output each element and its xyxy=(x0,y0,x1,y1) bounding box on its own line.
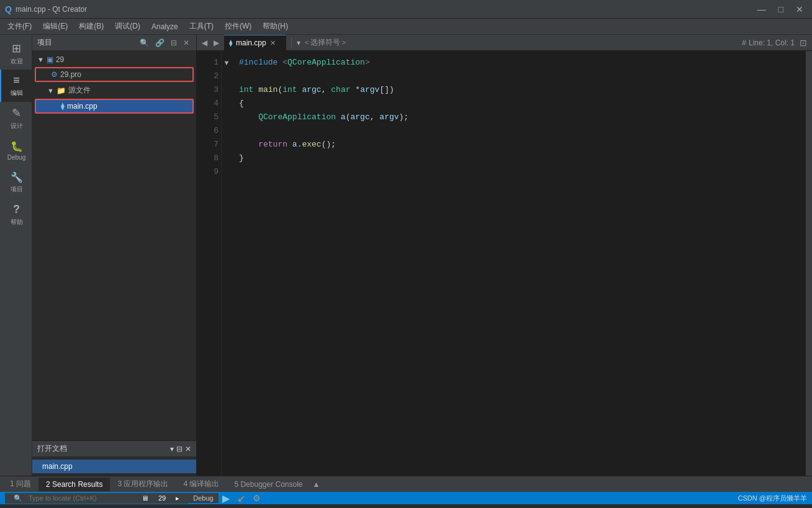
split-icon[interactable]: ⊟ xyxy=(169,38,179,48)
tree-item-main[interactable]: ⧫ main.cpp xyxy=(35,99,194,114)
tree-arrow-sources: ▼ xyxy=(47,87,54,94)
sidebar-label-project: 项目 xyxy=(11,185,23,194)
issues-label: 1 问题 xyxy=(10,479,31,489)
close-button[interactable]: ✕ xyxy=(792,3,807,16)
menu-controls[interactable]: 控件(W) xyxy=(220,19,256,34)
menu-bar: 文件(F) 编辑(E) 构建(B) 调试(D) Analyze 工具(T) 控件… xyxy=(0,19,812,35)
sidebar-label-debug: Debug xyxy=(7,154,25,161)
tab-close-icon[interactable]: ✕ xyxy=(270,39,276,47)
code-editor[interactable]: 1 2 3 4 5 6 7 8 9 ▼ # xyxy=(197,51,812,476)
project-node-icon: ▣ xyxy=(47,55,53,64)
tab-nav-forward[interactable]: ▶ xyxy=(211,37,222,48)
window-title: main.cpp - Qt Creator xyxy=(16,5,87,14)
line-numbers: 1 2 3 4 5 6 7 8 9 xyxy=(197,51,222,476)
open-doc-maincpp[interactable]: main.cpp xyxy=(32,460,196,473)
search-icon: 🔍 xyxy=(10,494,26,502)
symbol-dropdown-icon: ▾ xyxy=(297,39,300,47)
tab-nav-back[interactable]: ◀ xyxy=(199,37,210,48)
status-watermark: CSDN @程序员懒羊羊 xyxy=(738,494,807,503)
pro-file-icon: ⚙ xyxy=(51,70,58,79)
tree-item-pro[interactable]: ⚙ 29.pro xyxy=(35,67,194,82)
editor-area: ◀ ▶ ⧫ main.cpp ✕ ▾ ＜选择符号＞ # Line: 1, Col… xyxy=(197,35,812,476)
sidebar-icons: ⊞ 欢迎 ≡ 编辑 ✎ 设计 🐛 Debug 🔧 项目 ? 帮助 xyxy=(0,35,32,476)
bottom-tab-search[interactable]: 2 Search Results xyxy=(38,478,110,491)
tree-label-root: 29 xyxy=(56,55,64,64)
sidebar-item-design[interactable]: ✎ 设计 xyxy=(0,102,32,134)
open-docs-header: 打开文档 ▾ ⊟ ✕ xyxy=(32,441,196,457)
bottom-tab-debugger-console[interactable]: 5 Debugger Console xyxy=(227,478,310,491)
tree-label-pro: 29.pro xyxy=(60,70,81,79)
welcome-icon: ⊞ xyxy=(12,42,21,55)
run-button[interactable]: ▶ xyxy=(219,492,233,504)
sidebar-item-debug[interactable]: 🐛 Debug xyxy=(0,134,32,166)
help-icon: ? xyxy=(13,203,20,216)
sidebar-item-help[interactable]: ? 帮助 xyxy=(0,199,32,231)
bottom-tab-issues[interactable]: 1 问题 xyxy=(2,476,38,492)
hash-sign: # xyxy=(742,39,746,47)
menu-file[interactable]: 文件(F) xyxy=(2,19,37,34)
title-bar-left: Q main.cpp - Qt Creator xyxy=(5,4,87,14)
tab-filename: main.cpp xyxy=(236,39,266,47)
locate-input[interactable] xyxy=(29,494,128,502)
title-bar: Q main.cpp - Qt Creator — □ ✕ xyxy=(0,0,812,19)
maximize-button[interactable]: □ xyxy=(775,3,787,16)
edit-icon: ≡ xyxy=(13,74,20,87)
folder-icon: 📁 xyxy=(56,86,66,95)
debugger-console-label: 5 Debugger Console xyxy=(234,480,302,489)
symbol-placeholder[interactable]: ＜选择符号＞ xyxy=(303,37,348,48)
menu-analyze[interactable]: Analyze xyxy=(147,20,183,33)
debug-icon: 🐛 xyxy=(11,140,23,152)
search-results-label: 2 Search Results xyxy=(46,480,102,489)
project-icon: 🔧 xyxy=(11,171,23,183)
tab-maincpp[interactable]: ⧫ main.cpp ✕ xyxy=(224,35,286,50)
expand-editor-icon[interactable]: ⊡ xyxy=(800,38,807,48)
filter-icon[interactable]: 🔍 xyxy=(138,38,151,48)
close-panel-icon[interactable]: ✕ xyxy=(181,38,191,48)
main-layout: ⊞ 欢迎 ≡ 编辑 ✎ 设计 🐛 Debug 🔧 项目 ? 帮助 项目 xyxy=(0,35,812,476)
project-panel-header: 项目 🔍 🔗 ⊟ ✕ xyxy=(32,35,196,51)
bottom-tab-compile-output[interactable]: 4 编译输出 xyxy=(176,476,227,492)
search-box[interactable]: 🔍 xyxy=(5,493,133,504)
device-expand-icon[interactable]: ▸ xyxy=(172,494,183,502)
bottom-tab-app-output[interactable]: 3 应用程序输出 xyxy=(110,476,176,492)
sidebar-label-edit: 编辑 xyxy=(11,89,23,98)
menu-tools[interactable]: 工具(T) xyxy=(184,19,219,34)
menu-edit[interactable]: 编辑(E) xyxy=(38,19,73,34)
tab-file-icon: ⧫ xyxy=(229,39,232,47)
compile-output-label: 4 编译输出 xyxy=(183,479,219,489)
open-docs-close[interactable]: ✕ xyxy=(185,445,191,453)
monitor-icon: 🖥 xyxy=(138,494,152,502)
step-button[interactable]: ↙ xyxy=(233,492,249,504)
tree-arrow-root: ▼ xyxy=(37,56,44,63)
bottom-dropdown-icon[interactable]: ▲ xyxy=(313,480,320,489)
sidebar-item-welcome[interactable]: ⊞ 欢迎 xyxy=(0,37,32,70)
design-icon: ✎ xyxy=(12,106,21,120)
open-docs-split[interactable]: ⊟ xyxy=(176,445,183,453)
title-bar-controls[interactable]: — □ ✕ xyxy=(754,3,807,16)
code-fold-column: ▼ xyxy=(222,51,232,476)
sidebar-label-welcome: 欢迎 xyxy=(11,57,23,66)
menu-build[interactable]: 构建(B) xyxy=(74,19,109,34)
sidebar-item-project[interactable]: 🔧 项目 xyxy=(0,166,32,199)
tree-item-root[interactable]: ▼ ▣ 29 xyxy=(32,53,196,66)
sidebar-label-design: 设计 xyxy=(11,122,23,130)
open-docs-dropdown[interactable]: ▾ xyxy=(170,445,174,453)
app-output-label: 3 应用程序输出 xyxy=(117,479,168,489)
tree-label-sources: 源文件 xyxy=(68,85,91,96)
menu-debug[interactable]: 调试(D) xyxy=(110,19,145,34)
build-button[interactable]: ⚙ xyxy=(249,493,264,503)
open-docs-list: main.cpp xyxy=(32,457,196,476)
bottom-panel: 1 问题 2 Search Results 3 应用程序输出 4 编译输出 5 … xyxy=(0,476,812,492)
sidebar-label-help: 帮助 xyxy=(11,218,23,227)
minimize-button[interactable]: — xyxy=(754,3,770,16)
tree-item-sources[interactable]: ▼ 📁 源文件 xyxy=(32,83,196,98)
project-tree: ▼ ▣ 29 ⚙ 29.pro ▼ 📁 源文件 ⧫ main.cpp xyxy=(32,51,196,440)
editor-scrollbar[interactable] xyxy=(806,51,812,476)
debug-device-label: 🖥 29 ▸ xyxy=(133,493,188,504)
link-icon[interactable]: 🔗 xyxy=(153,38,166,48)
sidebar-item-edit[interactable]: ≡ 编辑 xyxy=(0,70,32,102)
menu-help[interactable]: 帮助(H) xyxy=(258,19,293,34)
open-docs-panel: 打开文档 ▾ ⊟ ✕ main.cpp xyxy=(32,440,196,476)
open-docs-title: 打开文档 xyxy=(37,444,67,453)
code-content[interactable]: #include <QCoreApplication> int main(int… xyxy=(232,51,806,476)
